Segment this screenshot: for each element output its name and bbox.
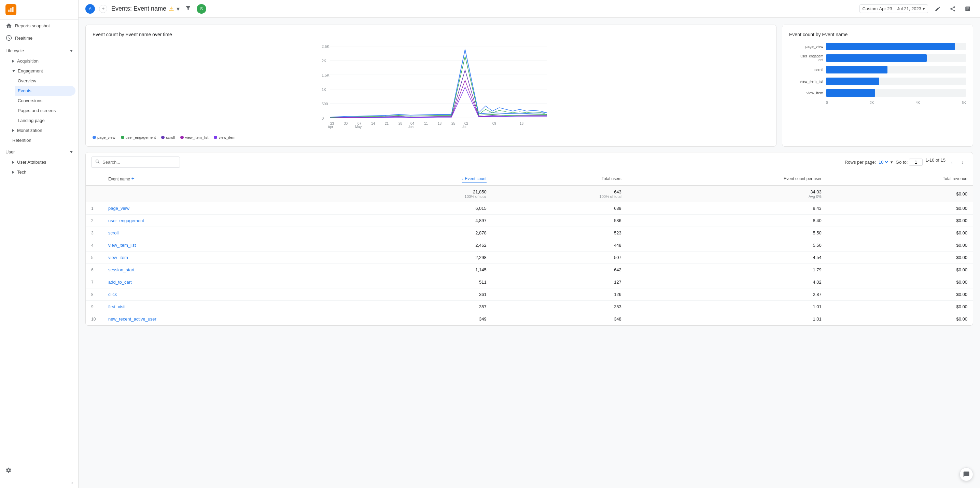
filter-btn[interactable] bbox=[185, 5, 191, 13]
secondary-avatar[interactable]: S bbox=[197, 4, 206, 14]
date-range-picker[interactable]: Custom Apr 23 – Jul 21, 2023 ▾ bbox=[859, 5, 928, 13]
sidebar-item-acquisition[interactable]: Acquisition bbox=[10, 56, 75, 66]
legend-view-item-list: view_item_list bbox=[180, 136, 208, 139]
lifecycle-header[interactable]: Life cycle bbox=[0, 45, 78, 56]
add-comparison-btn[interactable]: + bbox=[99, 5, 107, 13]
row-event-name: session_start bbox=[103, 264, 345, 276]
sidebar-item-user-attributes[interactable]: User Attributes bbox=[10, 157, 75, 167]
page-title: Events: Event name ⚠ ▾ bbox=[111, 5, 180, 13]
bar-axis-6k: 6K bbox=[962, 101, 966, 105]
svg-text:21: 21 bbox=[385, 122, 389, 125]
user-attributes-expand-icon bbox=[12, 161, 14, 164]
event-name-link[interactable]: view_item_list bbox=[108, 242, 136, 248]
row-event-count: 1,145 bbox=[345, 264, 492, 276]
sidebar-item-conversions[interactable]: Conversions bbox=[15, 96, 75, 105]
go-to-input[interactable] bbox=[909, 159, 923, 166]
tech-expand-icon bbox=[12, 171, 14, 174]
row-ecpu: 2.87 bbox=[627, 289, 827, 301]
table-row: 1 page_view 6,015 639 9.43 $0.00 bbox=[86, 202, 973, 215]
event-name-link[interactable]: scroll bbox=[108, 230, 118, 236]
user-header[interactable]: User bbox=[0, 147, 78, 157]
table-header-row: Event name + ↓ Event count Total users E… bbox=[86, 172, 973, 185]
main-content: A + Events: Event name ⚠ ▾ S Custom Apr … bbox=[78, 0, 980, 488]
svg-text:28: 28 bbox=[398, 122, 402, 125]
event-name-link[interactable]: add_to_cart bbox=[108, 279, 132, 285]
sidebar-item-realtime[interactable]: Realtime bbox=[0, 32, 75, 44]
chat-bubble-btn[interactable] bbox=[959, 467, 973, 481]
sidebar-item-retention[interactable]: Retention bbox=[10, 136, 75, 145]
event-name-link[interactable]: click bbox=[108, 292, 117, 297]
svg-text:1K: 1K bbox=[322, 88, 326, 92]
svg-text:1.5K: 1.5K bbox=[322, 73, 329, 77]
col-ecpu-header[interactable]: Event count per user bbox=[627, 172, 827, 185]
bar-axis: 0 2K 4K 6K bbox=[826, 101, 966, 105]
add-column-btn[interactable]: + bbox=[131, 175, 134, 182]
search-box[interactable] bbox=[91, 156, 180, 168]
sidebar-item-events[interactable]: Events bbox=[15, 86, 75, 96]
row-event-name: user_engagement bbox=[103, 215, 345, 227]
user-avatar[interactable]: A bbox=[85, 4, 95, 14]
event-name-link[interactable]: first_visit bbox=[108, 304, 126, 309]
totals-event-count-sub: 100% of total bbox=[351, 195, 487, 199]
prev-page-btn[interactable]: ‹ bbox=[947, 158, 956, 167]
content-area: Event count by Event name over time 2.5K… bbox=[78, 18, 980, 488]
event-name-link[interactable]: user_engagement bbox=[108, 218, 144, 223]
row-revenue: $0.00 bbox=[827, 252, 973, 264]
table-row: 6 session_start 1,145 642 1.79 $0.00 bbox=[86, 264, 973, 276]
sidebar-item-pages-and-screens[interactable]: Pages and screens bbox=[15, 105, 75, 115]
search-input[interactable] bbox=[102, 159, 176, 165]
events-label: Events bbox=[18, 88, 32, 93]
share-btn[interactable] bbox=[947, 3, 958, 14]
legend-view-item-list-label: view_item_list bbox=[185, 136, 208, 139]
view-item-list-dot bbox=[180, 136, 184, 139]
svg-text:30: 30 bbox=[344, 122, 348, 125]
row-ecpu: 8.40 bbox=[627, 215, 827, 227]
topbar: A + Events: Event name ⚠ ▾ S Custom Apr … bbox=[78, 0, 980, 18]
col-num bbox=[86, 172, 103, 185]
lifecycle-chevron-icon bbox=[70, 50, 73, 52]
sidebar-settings[interactable] bbox=[0, 463, 78, 477]
sidebar-item-landing-page[interactable]: Landing page bbox=[15, 115, 75, 125]
row-num: 5 bbox=[86, 252, 103, 264]
totals-event-count-value: 21,850 bbox=[351, 189, 487, 195]
sidebar-collapse-btn[interactable]: ‹ bbox=[0, 477, 78, 488]
next-page-btn[interactable]: › bbox=[958, 158, 967, 167]
bar-row-scroll: scroll bbox=[789, 66, 966, 73]
bar-fill-page-view bbox=[826, 43, 955, 50]
title-dropdown-icon[interactable]: ▾ bbox=[177, 5, 180, 13]
event-name-link[interactable]: session_start bbox=[108, 267, 135, 273]
sidebar-item-overview[interactable]: Overview bbox=[15, 76, 75, 86]
user-attributes-label: User Attributes bbox=[17, 159, 46, 165]
svg-rect-2 bbox=[12, 7, 13, 12]
line-chart-card: Event count by Event name over time 2.5K… bbox=[85, 25, 776, 147]
col-event-name-header[interactable]: Event name + bbox=[103, 172, 345, 185]
sidebar-item-monetization[interactable]: Monetization bbox=[10, 125, 75, 136]
insights-btn[interactable] bbox=[962, 3, 973, 14]
event-name-link[interactable]: view_item bbox=[108, 255, 128, 260]
svg-text:May: May bbox=[355, 125, 362, 129]
col-total-users-header[interactable]: Total users bbox=[492, 172, 627, 185]
reports-snapshot-label: Reports snapshot bbox=[15, 23, 50, 29]
totals-row: 21,850 100% of total 643 100% of total 3… bbox=[86, 185, 973, 202]
sidebar-item-reports-snapshot[interactable]: Reports snapshot bbox=[0, 19, 75, 32]
date-label: Custom bbox=[862, 6, 878, 11]
totals-revenue: $0.00 bbox=[827, 185, 973, 202]
sidebar-item-tech[interactable]: Tech bbox=[10, 167, 75, 177]
page-info: 1-10 of 15 bbox=[925, 158, 945, 167]
rows-per-page-label: Rows per page: bbox=[845, 159, 876, 165]
bar-label-scroll: scroll bbox=[789, 68, 823, 72]
engagement-children: Overview Events Conversions Pages and sc… bbox=[15, 76, 78, 125]
sidebar-item-engagement[interactable]: Engagement bbox=[10, 66, 75, 76]
line-chart-legend: page_view user_engagement scroll vi bbox=[92, 136, 769, 139]
bar-label-view-item-list: view_item_list bbox=[789, 79, 823, 83]
rows-per-page-select[interactable]: 10 25 50 bbox=[877, 159, 889, 165]
col-revenue-header[interactable]: Total revenue bbox=[827, 172, 973, 185]
line-chart-area: 2.5K 2K 1.5K 1K 500 0 23 bbox=[92, 43, 769, 139]
event-name-link[interactable]: new_recent_active_user bbox=[108, 316, 156, 322]
bar-row-user-engagement: user_engagement bbox=[789, 54, 966, 62]
col-event-count-header[interactable]: ↓ Event count bbox=[345, 172, 492, 185]
edit-report-btn[interactable] bbox=[932, 3, 943, 14]
view-item-dot bbox=[214, 136, 217, 139]
event-name-link[interactable]: page_view bbox=[108, 206, 129, 211]
svg-text:14: 14 bbox=[371, 122, 375, 125]
